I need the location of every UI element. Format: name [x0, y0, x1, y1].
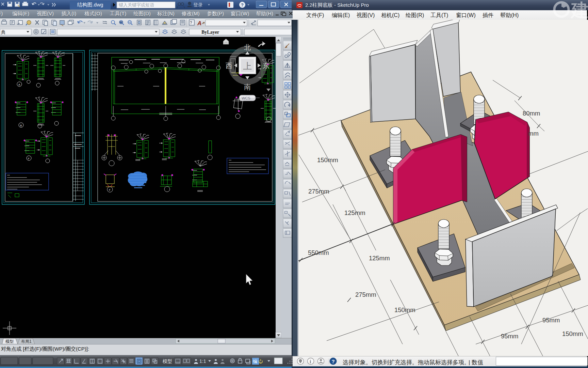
svg-text:F: F	[28, 157, 30, 160]
svg-text:550mm: 550mm	[308, 249, 329, 256]
svg-text:北: 北	[244, 44, 251, 51]
svg-text:B: B	[20, 124, 22, 127]
svg-text:A: A	[18, 83, 20, 86]
svg-text:125mm: 125mm	[369, 255, 390, 262]
svg-text:95mm: 95mm	[501, 333, 518, 340]
svg-text:i: i	[310, 359, 311, 364]
svg-text:150mm: 150mm	[317, 156, 338, 164]
svg-text:150mm: 150mm	[394, 306, 415, 313]
svg-text:模型: 模型	[5, 339, 14, 344]
svg-text:?: ?	[241, 2, 244, 7]
svg-text:登录: 登录	[193, 2, 203, 7]
svg-text:?: ?	[332, 358, 335, 364]
svg-text:125mm: 125mm	[344, 209, 365, 216]
svg-text:结构图.dwg: 结构图.dwg	[77, 2, 103, 7]
svg-text:95mm: 95mm	[542, 317, 560, 324]
svg-text:80mm: 80mm	[523, 110, 540, 117]
svg-text:mm: mm	[528, 130, 539, 137]
svg-text:F: F	[109, 188, 111, 191]
svg-text:东: 东	[263, 62, 270, 70]
svg-text:?: ?	[190, 20, 192, 25]
svg-text:布局1: 布局1	[21, 339, 32, 344]
svg-text:275mm: 275mm	[308, 188, 329, 195]
svg-text:上: 上	[243, 61, 252, 71]
svg-text:建: 建	[570, 0, 588, 20]
svg-text:西: 西	[226, 62, 232, 70]
svg-text:1:1: 1:1	[199, 358, 206, 364]
svg-text:A: A	[197, 20, 201, 27]
svg-text:南: 南	[244, 83, 251, 91]
svg-text:模型: 模型	[162, 358, 172, 364]
svg-text:150mm: 150mm	[562, 330, 583, 337]
svg-text:WCS: WCS	[242, 96, 250, 100]
svg-text:典: 典	[1, 30, 5, 35]
svg-text:编: 编	[253, 359, 257, 364]
svg-text:ByLayer: ByLayer	[201, 30, 219, 35]
svg-text:275mm: 275mm	[355, 291, 376, 298]
svg-text:键入关键字或短语: 键入关键字或短语	[118, 2, 154, 7]
